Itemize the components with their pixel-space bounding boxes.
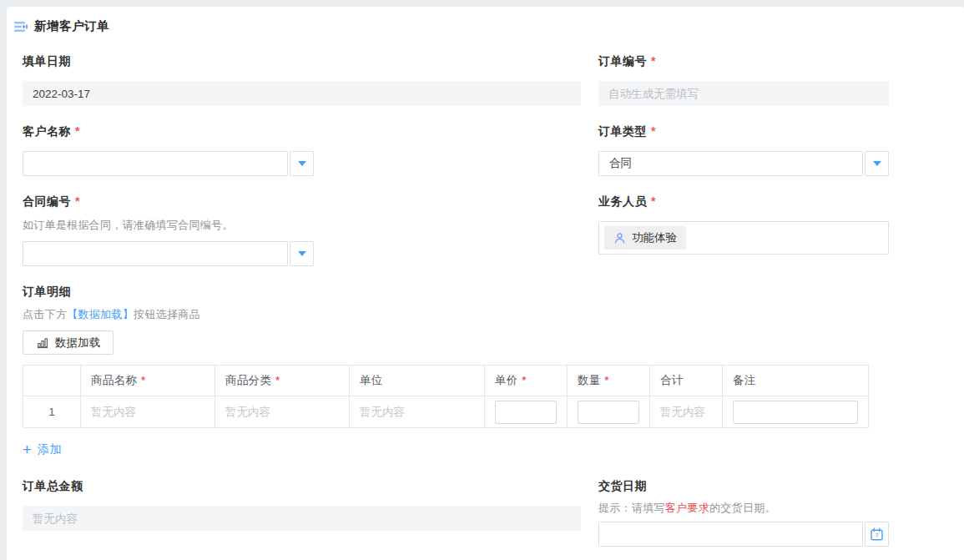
table-row: 1 暂无内容 暂无内容 暂无内容 暂无内容	[23, 396, 869, 428]
person-icon	[613, 232, 626, 245]
delivery-date-label: 交货日期	[598, 479, 889, 494]
col-header-index	[23, 366, 81, 396]
delivery-date-input[interactable]	[598, 522, 863, 547]
page-title: 新增客户订单	[34, 18, 109, 34]
contract-no-label: 合同编号*	[23, 194, 581, 209]
unit-cell[interactable]: 暂无内容	[350, 396, 485, 428]
col-header-unit: 单位	[350, 366, 485, 396]
order-no-input[interactable]	[598, 81, 889, 106]
svg-text:7: 7	[875, 532, 878, 539]
order-detail-section: 订单明细 点击下方【数据加载】按钮选择商品 数据加载	[23, 285, 964, 458]
page-header: 新增客户订单	[7, 7, 964, 34]
customer-label: 客户名称*	[23, 124, 581, 139]
order-detail-label: 订单明细	[23, 285, 964, 300]
quantity-cell	[568, 396, 650, 428]
fill-date-label: 填单日期	[23, 54, 581, 69]
field-order-type: 订单类型*	[598, 124, 889, 176]
salesperson-box[interactable]: 功能体验	[598, 221, 889, 255]
unit-price-input[interactable]	[495, 401, 557, 424]
order-type-input[interactable]	[598, 151, 863, 176]
bar-chart-icon	[36, 336, 49, 350]
product-name-cell[interactable]: 暂无内容	[81, 396, 215, 428]
data-load-button[interactable]: 数据加载	[23, 330, 114, 355]
order-total-input[interactable]	[23, 506, 581, 531]
contract-no-dropdown-button[interactable]	[290, 241, 314, 266]
field-customer: 客户名称*	[23, 124, 581, 176]
form-area: 填单日期 订单编号* 客户名称* 订单类型*	[7, 54, 964, 560]
contract-no-input[interactable]	[23, 241, 288, 266]
customer-input[interactable]	[23, 151, 288, 176]
data-load-button-label: 数据加载	[55, 335, 100, 351]
chevron-down-icon	[298, 161, 306, 166]
row-index-cell: 1	[23, 396, 81, 428]
col-header-total: 合计	[650, 366, 723, 396]
category-cell[interactable]: 暂无内容	[215, 396, 350, 428]
field-contract-no: 合同编号* 如订单是根据合同，请准确填写合同编号。	[23, 194, 581, 266]
total-cell: 暂无内容	[650, 396, 723, 428]
order-total-label: 订单总金额	[23, 479, 581, 494]
add-row-label: 添加	[38, 442, 62, 457]
col-header-product-name: 商品名称*	[81, 366, 215, 396]
field-order-total: 订单总金额	[23, 479, 581, 547]
collapse-menu-icon[interactable]	[13, 20, 28, 33]
order-type-dropdown-button[interactable]	[865, 151, 889, 176]
plus-icon: +	[23, 444, 32, 456]
salesperson-tag[interactable]: 功能体验	[604, 226, 686, 250]
quantity-input[interactable]	[578, 401, 639, 424]
field-order-no: 订单编号*	[598, 54, 889, 106]
col-header-unit-price: 单价*	[485, 366, 568, 396]
order-detail-hint: 点击下方【数据加载】按钮选择商品	[23, 307, 964, 322]
remark-cell	[723, 396, 869, 428]
field-delivery-date: 交货日期 提示：请填写客户要求的交货日期。 7	[598, 479, 889, 547]
salesperson-tag-label: 功能体验	[632, 230, 677, 245]
data-load-hint-link: 【数据加载】	[67, 308, 134, 320]
add-row-button[interactable]: + 添加	[23, 442, 62, 457]
page-card: 新增客户订单 填单日期 订单编号* 客户名称*	[7, 7, 964, 560]
field-fill-date: 填单日期	[23, 54, 581, 106]
delivery-date-hint: 提示：请填写客户要求的交货日期。	[598, 501, 889, 516]
field-salesperson: 业务人员* 功能体验	[598, 194, 889, 266]
remark-input[interactable]	[733, 401, 858, 424]
calendar-icon: 7	[870, 527, 884, 542]
col-header-remark: 备注	[723, 366, 869, 396]
chevron-down-icon	[873, 161, 881, 166]
unit-price-cell	[485, 396, 568, 428]
col-header-quantity: 数量*	[568, 366, 650, 396]
order-detail-table: 商品名称* 商品分类* 单位 单价* 数量* 合计 备注 1 暂无内容 暂无内容	[23, 365, 869, 428]
customer-dropdown-button[interactable]	[290, 151, 314, 176]
order-no-label: 订单编号*	[598, 54, 889, 69]
calendar-button[interactable]: 7	[865, 522, 889, 547]
order-type-label: 订单类型*	[598, 124, 889, 139]
col-header-category: 商品分类*	[215, 366, 350, 396]
contract-no-hint: 如订单是根据合同，请准确填写合同编号。	[23, 218, 581, 233]
fill-date-input[interactable]	[23, 81, 581, 106]
table-header-row: 商品名称* 商品分类* 单位 单价* 数量* 合计 备注	[23, 366, 869, 396]
salesperson-label: 业务人员*	[598, 194, 889, 209]
chevron-down-icon	[298, 251, 306, 256]
